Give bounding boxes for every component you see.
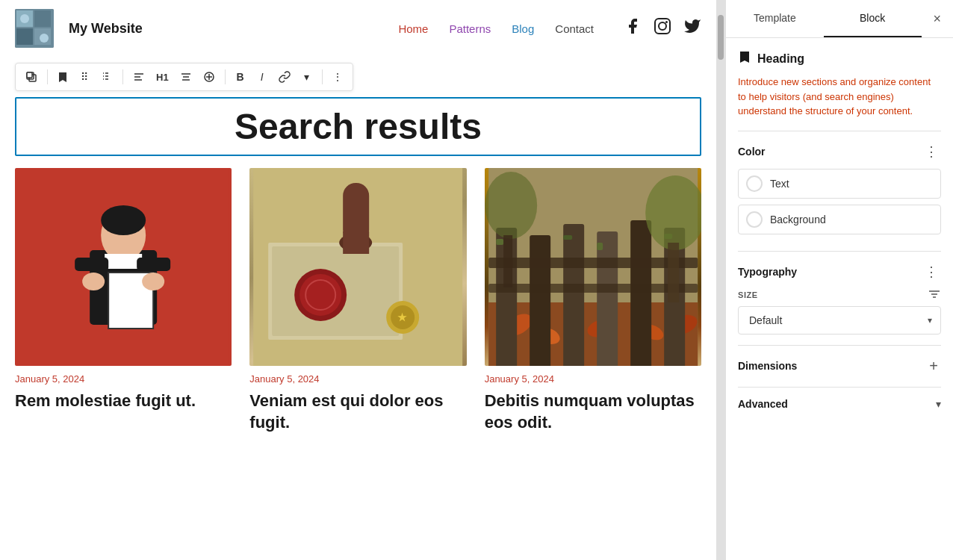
svg-rect-49 (488, 258, 698, 268)
post-title-3: Debitis numquam voluptas eos odit. (485, 391, 701, 433)
color-section: Color ⋮ Text Background (738, 131, 941, 251)
panel-close-button[interactable]: × (922, 2, 954, 36)
svg-rect-50 (488, 284, 698, 293)
typography-section-title: Typography (738, 266, 797, 278)
site-logo (15, 9, 54, 48)
svg-rect-58 (503, 235, 512, 287)
post-card-3: January 5, 2024 Debitis numquam voluptas… (485, 168, 701, 433)
color-background-option[interactable]: Background (738, 205, 941, 234)
svg-rect-29 (343, 231, 369, 254)
facebook-icon[interactable] (624, 17, 642, 40)
dimensions-section-title: Dimensions (738, 360, 797, 372)
site-header: My Website Home Patterns Blog Contact (0, 0, 716, 57)
svg-rect-7 (655, 19, 670, 34)
block-toolbar: ⠿ H1 B I ▾ ⋮ (15, 63, 353, 91)
size-select-wrapper: Default Small Medium Large Extra Large ▾ (738, 306, 941, 335)
color-section-title: Color (738, 146, 766, 158)
advanced-section: Advanced ▾ (738, 387, 941, 420)
svg-rect-57 (668, 243, 679, 302)
post-image-3 (485, 168, 701, 366)
posts-grid: January 5, 2024 Rem molestiae fugit ut. (0, 168, 716, 448)
panel-body: Heading Introduce new sections and organ… (726, 38, 953, 560)
block-section-header: Heading (738, 50, 941, 67)
size-label: SIZE (738, 289, 941, 302)
toolbar-group-2: ⠿ (52, 66, 118, 87)
heading-block-icon (738, 50, 751, 67)
toolbar-group-3: H1 (128, 66, 220, 87)
post-image-1 (15, 168, 232, 366)
background-color-swatch (746, 211, 763, 228)
svg-text:★: ★ (397, 311, 407, 323)
size-select[interactable]: Default Small Medium Large Extra Large (738, 306, 941, 335)
post-date-2: January 5, 2024 (249, 373, 466, 385)
heading-text: Search results (31, 106, 685, 147)
copy-button[interactable] (20, 66, 43, 87)
twitter-icon[interactable] (683, 17, 701, 40)
svg-rect-44 (530, 235, 550, 366)
transform-button[interactable] (198, 66, 220, 87)
svg-point-22 (82, 273, 105, 290)
size-filter-icon[interactable] (928, 289, 941, 302)
more-inline-button[interactable]: ▾ (297, 66, 317, 87)
dimensions-section-header: Dimensions + (738, 356, 941, 376)
panel-header: Template Block × (726, 0, 953, 38)
text-color-label: Text (770, 178, 789, 190)
dimensions-add-button[interactable]: + (926, 356, 941, 376)
toolbar-divider-2 (122, 69, 123, 84)
scroll-track[interactable] (716, 0, 725, 560)
align-left-button[interactable] (128, 66, 150, 87)
advanced-section-title: Advanced (738, 398, 788, 410)
heading-block[interactable]: Search results (15, 97, 701, 156)
toolbar-group-1 (20, 66, 43, 87)
h1-button[interactable]: H1 (151, 66, 174, 87)
site-nav: Home Patterns Blog Contact (398, 22, 594, 35)
color-more-button[interactable]: ⋮ (922, 142, 941, 161)
background-color-label: Background (770, 214, 826, 225)
bold-button[interactable]: B (230, 66, 251, 87)
svg-point-23 (142, 273, 164, 290)
link-button[interactable] (273, 66, 296, 87)
italic-button[interactable]: I (252, 66, 273, 87)
typography-more-button[interactable]: ⋮ (922, 262, 941, 281)
svg-rect-45 (563, 224, 584, 366)
svg-rect-20 (75, 258, 108, 271)
svg-point-9 (665, 21, 668, 23)
tab-template[interactable]: Template (726, 0, 824, 37)
tab-block[interactable]: Block (824, 0, 922, 37)
size-label-text: SIZE (738, 290, 758, 299)
svg-point-56 (485, 172, 537, 239)
nav-home[interactable]: Home (398, 22, 428, 35)
svg-rect-21 (137, 258, 170, 271)
drag-button[interactable] (96, 66, 118, 87)
svg-rect-18 (105, 254, 142, 269)
bookmark-toolbar-button[interactable] (52, 66, 73, 87)
align-center-button[interactable] (175, 66, 197, 87)
dimensions-section: Dimensions + (738, 345, 941, 387)
svg-rect-2 (34, 10, 51, 27)
nav-contact[interactable]: Contact (555, 22, 594, 35)
color-text-option[interactable]: Text (738, 169, 941, 199)
advanced-chevron-button[interactable]: ▾ (936, 398, 941, 410)
text-color-swatch (746, 175, 763, 192)
social-icons (624, 17, 701, 40)
nav-patterns[interactable]: Patterns (449, 22, 491, 35)
more-options-button[interactable]: ⋮ (327, 66, 348, 87)
typography-section-header: Typography ⋮ (738, 262, 941, 281)
advanced-section-header: Advanced ▾ (738, 398, 941, 410)
post-title-1: Rem molestiae fugit ut. (15, 391, 232, 412)
typography-section: Typography ⋮ SIZE Default Small Medium L… (738, 251, 941, 345)
post-image-2: ★ (249, 168, 466, 366)
instagram-icon[interactable] (654, 17, 671, 40)
svg-rect-52 (563, 235, 572, 240)
block-section-title: Heading (757, 52, 804, 66)
toolbar-group-4: B I ▾ (230, 66, 317, 87)
svg-rect-3 (16, 28, 33, 45)
nav-blog[interactable]: Blog (512, 22, 534, 35)
svg-rect-53 (597, 243, 603, 250)
move-button[interactable]: ⠿ (74, 66, 95, 87)
toolbar-divider-1 (47, 69, 48, 84)
post-date-1: January 5, 2024 (15, 373, 232, 385)
canvas: My Website Home Patterns Blog Contact (0, 0, 716, 560)
right-panel: Template Block × Heading Introduce new s… (725, 0, 953, 560)
scroll-thumb[interactable] (718, 15, 724, 60)
